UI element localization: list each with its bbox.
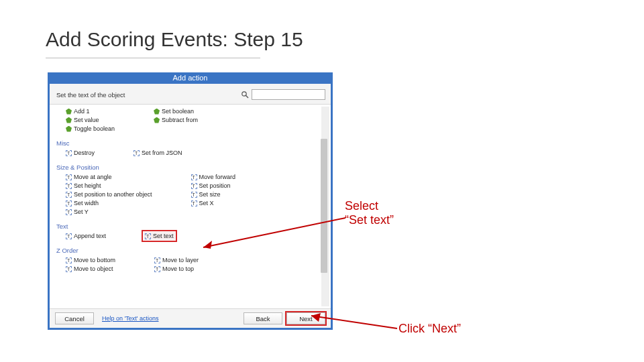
action-item[interactable]: Add 1 — [64, 107, 116, 115]
svg-marker-3 — [203, 241, 212, 249]
add-action-dialog: Add action Set the text of the object Ad… — [48, 72, 333, 330]
category-misc: Misc — [56, 139, 331, 147]
action-item-append-text[interactable]: Append text — [64, 232, 107, 240]
dialog-title: Add action — [48, 72, 333, 84]
scrollbar-track[interactable] — [321, 107, 329, 306]
var-icon — [66, 117, 72, 123]
text-icon — [66, 183, 72, 189]
action-label: Move to layer — [162, 257, 199, 263]
search-row: Set the text of the object — [50, 84, 331, 105]
action-label: Set position to another object — [74, 191, 152, 198]
action-item[interactable]: Set value — [64, 116, 116, 124]
text-icon — [191, 174, 197, 180]
action-label: Set boolean — [162, 108, 194, 115]
action-label: Move to object — [74, 265, 113, 272]
action-description: Set the text of the object — [56, 91, 241, 99]
action-item[interactable]: Set boolean — [152, 107, 199, 115]
action-item[interactable]: Destroy — [64, 149, 96, 157]
var-icon — [154, 109, 160, 115]
action-label: Move forward — [199, 174, 236, 180]
action-label: Set X — [199, 200, 214, 206]
text-icon — [191, 192, 197, 198]
action-item[interactable]: Set Y — [64, 208, 154, 216]
cancel-button[interactable]: Cancel — [55, 312, 94, 324]
search-icon — [241, 90, 249, 99]
action-item[interactable]: Set from JSON — [132, 149, 184, 157]
action-label: Destroy — [74, 149, 95, 156]
arrow-to-next — [309, 312, 406, 335]
text-icon — [191, 200, 197, 206]
action-item[interactable]: Move to object — [64, 265, 117, 273]
text-icon — [66, 266, 72, 272]
help-link[interactable]: Help on 'Text' actions — [102, 315, 158, 322]
action-item[interactable]: Move to bottom — [64, 256, 117, 264]
category-size-position: Size & Position — [56, 164, 331, 171]
action-item[interactable]: Set width — [64, 199, 154, 207]
annotation-text: Next — [428, 322, 461, 335]
text-icon — [145, 233, 151, 239]
action-label: Move to top — [162, 265, 194, 272]
slide-title: Add Scoring Events: Step 15 — [46, 28, 303, 51]
svg-point-0 — [242, 92, 246, 96]
action-item[interactable]: Set X — [190, 199, 237, 207]
action-item[interactable]: Move to top — [153, 265, 200, 273]
text-icon — [191, 183, 197, 189]
action-item[interactable]: Toggle boolean — [64, 125, 116, 133]
arrow-to-set-text — [201, 210, 356, 250]
text-icon — [66, 174, 72, 180]
var-icon — [66, 109, 72, 115]
action-label: Set position — [199, 182, 231, 189]
back-button[interactable]: Back — [244, 312, 282, 324]
dialog-body: Set the text of the object Add 1 Set val… — [50, 84, 331, 328]
var-icon — [66, 126, 72, 132]
search-input[interactable] — [252, 89, 325, 100]
text-icon — [66, 233, 72, 239]
action-item[interactable]: Move at angle — [64, 173, 154, 181]
text-icon — [66, 150, 72, 156]
text-icon — [133, 150, 140, 156]
action-label: Move to bottom — [74, 257, 115, 263]
action-item[interactable]: Subtract from — [152, 116, 199, 124]
action-label: Move at angle — [74, 174, 112, 180]
annotation-click-next: Click Next — [398, 322, 461, 336]
svg-line-1 — [246, 96, 248, 98]
text-icon — [66, 257, 72, 263]
action-item[interactable]: Set position — [190, 182, 237, 190]
action-label: Set text — [153, 233, 174, 239]
text-icon — [154, 257, 160, 263]
action-item-set-text[interactable]: Set text — [144, 232, 175, 240]
scrollbar-thumb[interactable] — [321, 139, 327, 273]
text-icon — [66, 209, 72, 215]
action-list: Add 1 Set value Toggle boolean Set boole… — [50, 105, 331, 308]
text-icon — [66, 200, 72, 206]
action-item[interactable]: Move to layer — [153, 256, 200, 264]
text-icon — [66, 192, 72, 198]
action-label: Set height — [74, 182, 101, 189]
action-label: Set Y — [74, 208, 89, 215]
svg-line-2 — [203, 218, 345, 247]
action-item[interactable]: Set height — [64, 182, 154, 190]
action-label: Set value — [74, 117, 99, 123]
title-underline — [46, 58, 260, 58]
action-item[interactable]: Move forward — [190, 173, 237, 181]
action-item[interactable]: Set position to another object — [64, 190, 154, 198]
svg-line-4 — [311, 316, 397, 328]
action-label: Add 1 — [74, 108, 90, 115]
action-label: Subtract from — [162, 117, 198, 123]
button-row: Cancel Help on 'Text' actions Back Next — [50, 308, 331, 328]
action-label: Append text — [74, 233, 106, 239]
var-icon — [154, 117, 160, 123]
action-label: Set size — [199, 191, 221, 198]
action-item[interactable]: Set size — [190, 190, 237, 198]
action-label: Toggle boolean — [74, 125, 115, 132]
text-icon — [154, 266, 160, 272]
action-label: Set width — [74, 200, 99, 206]
action-label: Set from JSON — [142, 149, 182, 156]
svg-marker-5 — [311, 313, 321, 322]
